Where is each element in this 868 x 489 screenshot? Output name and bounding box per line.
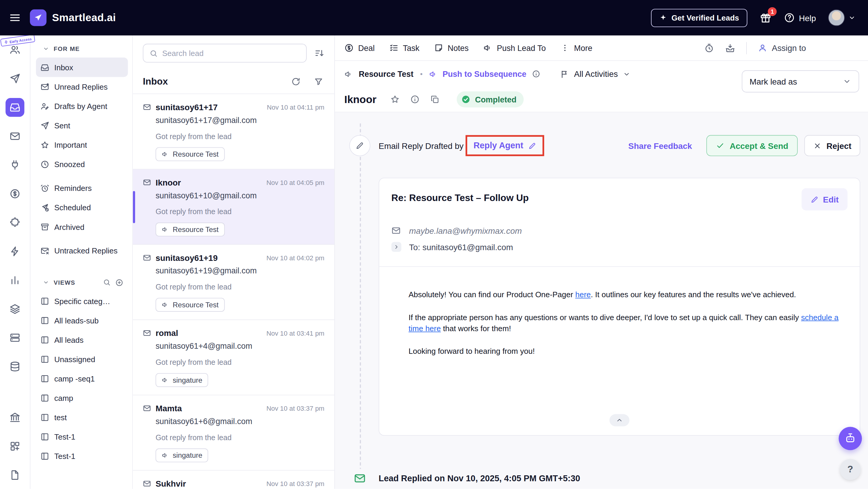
sidebar-item[interactable]: Unread Replies [36, 77, 128, 96]
view-item[interactable]: All leads-sub [36, 311, 128, 330]
lead-list-item[interactable]: Mamta Nov 10 at 03:37 pm sunitasoy61+6@g… [133, 395, 334, 470]
rewards-button[interactable]: 1 [760, 11, 772, 24]
info-icon[interactable] [410, 95, 420, 104]
rail-item[interactable] [6, 361, 24, 372]
pencil-icon[interactable] [528, 142, 536, 150]
help-button[interactable]: Help [784, 12, 816, 23]
rail-item[interactable] [6, 44, 24, 55]
for-me-section-header[interactable]: FOR ME [36, 40, 128, 58]
rail-item[interactable] [6, 332, 24, 343]
email-body: Absolutely! You can find our Product One… [391, 267, 847, 368]
icon-rail [0, 35, 30, 489]
megaphone-icon [162, 301, 169, 308]
mark-lead-as-dropdown[interactable]: Mark lead as [742, 70, 859, 92]
rail-item[interactable] [6, 412, 24, 423]
expand-recipients-button[interactable] [391, 242, 401, 252]
snooze-clock-icon[interactable] [704, 43, 714, 53]
lead-list-item[interactable]: sunitasoy61+17 Nov 10 at 04:11 pm sunita… [133, 94, 334, 170]
brand-logo[interactable]: Smartlead.ai [30, 9, 116, 26]
sidebar-item[interactable]: Untracked Replies [36, 241, 128, 260]
campaign-tag: singature [155, 373, 209, 387]
one-pager-link[interactable]: here [575, 290, 591, 299]
account-menu[interactable] [828, 9, 856, 26]
rail-item[interactable] [6, 159, 24, 170]
campaign-tag: Resource Test [155, 298, 224, 311]
push-to-subsequence-link[interactable]: Push to Subsequence [429, 69, 526, 78]
floating-help-button[interactable]: ? [840, 459, 861, 480]
menu-icon[interactable] [9, 11, 21, 24]
view-item[interactable]: All leads [36, 330, 128, 349]
view-item[interactable]: Test-1 [36, 446, 128, 465]
lead-time: Nov 10 at 03:37 pm [267, 480, 324, 488]
assign-to-button[interactable]: Assign to [758, 43, 806, 53]
view-item[interactable]: Test-1 [36, 427, 128, 446]
search-lead-input[interactable] [162, 49, 300, 58]
archive-icon [40, 222, 50, 231]
lead-status: Got reply from the lead [155, 208, 324, 216]
view-item[interactable]: Specific categ… [36, 291, 128, 311]
sidebar-item[interactable]: Archived [36, 217, 128, 237]
search-box[interactable] [143, 44, 307, 63]
sidebar-item[interactable]: Inbox [36, 58, 128, 77]
clock-icon [40, 160, 50, 169]
rail-item[interactable] [6, 188, 24, 199]
refresh-icon[interactable] [291, 77, 301, 86]
sidebar-item[interactable]: Snoozed [36, 155, 128, 174]
sidebar-item[interactable]: Scheduled [36, 198, 128, 217]
rail-item[interactable] [6, 217, 24, 228]
rail-item[interactable] [6, 303, 24, 314]
dots-icon [560, 43, 570, 53]
rail-item[interactable] [6, 131, 24, 142]
info-icon[interactable] [532, 70, 540, 78]
views-search-icon[interactable] [103, 278, 111, 286]
lead-list-item[interactable]: Sukhvir Nov 10 at 03:37 pm [133, 470, 334, 489]
chevron-down-icon [42, 279, 49, 285]
accept-send-button[interactable]: Accept & Send [706, 135, 798, 156]
toolbar-action[interactable]: Push Lead To [483, 43, 546, 53]
view-item[interactable]: test [36, 407, 128, 427]
view-item[interactable]: camp -seq1 [36, 369, 128, 388]
toolbar-action[interactable]: Task [389, 43, 420, 53]
rail-item[interactable] [6, 469, 24, 480]
all-activities-filter[interactable]: All Activities [560, 69, 630, 79]
sidebar-item[interactable]: Drafts by Agent [36, 96, 128, 116]
rail-item[interactable] [6, 275, 24, 285]
inbox-download-icon[interactable] [725, 43, 735, 53]
bank-icon [9, 412, 21, 423]
sidebar-item[interactable]: Important [36, 135, 128, 155]
rail-item[interactable] [6, 246, 24, 257]
toolbar-action[interactable]: More [560, 43, 592, 53]
chatbot-button[interactable] [839, 427, 862, 450]
get-verified-leads-button[interactable]: Get Verified Leads [651, 9, 747, 27]
user-icon [758, 43, 768, 53]
rail-item[interactable] [6, 441, 24, 452]
toolbar-action[interactable]: Notes [434, 43, 469, 53]
toolbar-action[interactable]: Deal [344, 43, 375, 53]
views-add-icon[interactable] [115, 278, 124, 286]
reject-button[interactable]: Reject [804, 135, 860, 156]
copy-icon[interactable] [430, 95, 440, 104]
filter-icon[interactable] [314, 77, 323, 86]
view-item[interactable]: Unassigned [36, 349, 128, 369]
lead-list-item[interactable]: sunitasoy61+19 Nov 10 at 04:02 pm sunita… [133, 245, 334, 320]
lead-time: Nov 10 at 04:11 pm [267, 103, 324, 111]
alarm-icon [40, 183, 50, 192]
email-subject: Re: Resource Test – Follow Up [391, 188, 529, 204]
rail-item[interactable] [6, 73, 24, 84]
share-feedback-link[interactable]: Share Feedback [628, 141, 692, 150]
inbox-icon [9, 102, 21, 113]
sort-icon[interactable] [314, 48, 324, 58]
rail-item[interactable] [6, 98, 24, 117]
collapse-email-button[interactable] [610, 414, 629, 426]
star-icon[interactable] [391, 95, 400, 104]
lead-list-item[interactable]: romal Nov 10 at 03:41 pm sunitasoy61+4@g… [133, 320, 334, 396]
email-to-row: To: sunitasoy61@gmail.com [391, 242, 847, 252]
edit-button[interactable]: Edit [801, 188, 847, 210]
reply-agent-link[interactable]: Reply Agent [473, 141, 523, 150]
robot-icon [844, 432, 857, 445]
views-section-header[interactable]: VIEWS [36, 273, 128, 291]
sidebar-item[interactable]: Sent [36, 116, 128, 135]
lead-list-item[interactable]: Iknoor Nov 10 at 04:05 pm sunitasoy61+10… [133, 170, 334, 245]
view-item[interactable]: camp [36, 388, 128, 407]
sidebar-item[interactable]: Reminders [36, 178, 128, 198]
